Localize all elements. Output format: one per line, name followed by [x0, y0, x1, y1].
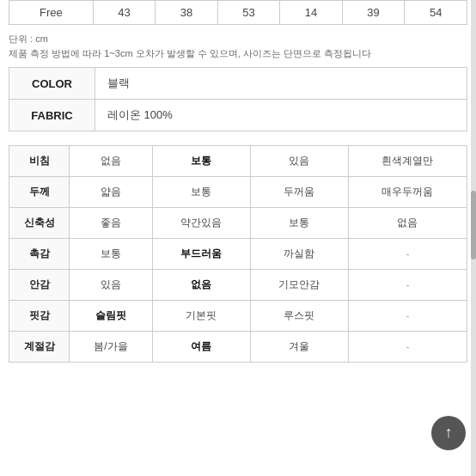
char-label-신축성: 신축성	[9, 208, 70, 239]
char-cell: 루스핏	[250, 301, 348, 332]
char-label-두께: 두께	[9, 177, 70, 208]
char-cell: -	[348, 270, 467, 301]
char-label-계절감: 계절감	[9, 332, 70, 363]
fabric-label: FABRIC	[9, 100, 95, 131]
char-cell: 얇음	[70, 177, 153, 208]
char-label-비침: 비침	[9, 146, 70, 177]
size-val-2: 38	[156, 1, 218, 25]
char-cell: 보통	[70, 239, 153, 270]
char-cell: 없음	[152, 270, 250, 301]
unit-line2: 제품 측정 방법에 따라 1~3cm 오차가 발생할 수 있으며, 사이즈는 단…	[9, 46, 467, 61]
char-cell: 기본핏	[152, 301, 250, 332]
char-cell: 보통	[152, 177, 250, 208]
scroll-to-top-button[interactable]: ↑	[431, 416, 466, 450]
char-cell: 여름	[152, 332, 250, 363]
char-cell: 슬림핏	[70, 301, 153, 332]
color-row: COLOR 블랙	[9, 68, 467, 100]
char-cell: 약간있음	[152, 208, 250, 239]
size-val-4: 14	[280, 1, 343, 25]
char-cell: 좋음	[70, 208, 153, 239]
product-info-table: COLOR 블랙 FABRIC 레이온 100%	[9, 67, 467, 131]
table-row: 계절감 봄/가을 여름 겨울 -	[9, 332, 467, 363]
char-label-촉감: 촉감	[9, 239, 70, 270]
scrollbar-track[interactable]	[471, 0, 476, 476]
table-row: 신축성 좋음 약간있음 보통 없음	[9, 208, 467, 239]
size-val-3: 53	[217, 1, 280, 25]
char-cell: -	[348, 239, 467, 270]
color-value: 블랙	[95, 68, 467, 100]
char-cell: 흰색계열만	[348, 146, 467, 177]
char-label-핏감: 핏감	[9, 301, 70, 332]
char-cell: 있음	[70, 270, 153, 301]
char-cell: 있음	[250, 146, 348, 177]
unit-line1: 단위 : cm	[9, 32, 467, 46]
char-cell: 없음	[348, 208, 467, 239]
char-cell: 없음	[70, 146, 153, 177]
char-cell: 두꺼움	[250, 177, 348, 208]
table-row: 두께 얇음 보통 두꺼움 매우두꺼움	[9, 177, 467, 208]
fabric-value: 레이온 100%	[95, 100, 467, 131]
fabric-row: FABRIC 레이온 100%	[9, 100, 467, 131]
table-row: 촉감 보통 부드러움 까실함 -	[9, 239, 467, 270]
size-table: Free 43 38 53 14 39 54	[9, 0, 467, 25]
table-row: 비침 없음 보통 있음 흰색계열만	[9, 146, 467, 177]
characteristics-table: 비침 없음 보통 있음 흰색계열만 두께 얇음 보통 두꺼움 매우두꺼움 신축성…	[9, 145, 467, 363]
size-val-1: 43	[93, 1, 156, 25]
size-val-5: 39	[342, 1, 405, 25]
scrollbar-thumb[interactable]	[471, 191, 476, 259]
table-row: 핏감 슬림핏 기본핏 루스핏 -	[9, 301, 467, 332]
char-cell: 겨울	[250, 332, 348, 363]
char-cell: 매우두꺼움	[348, 177, 467, 208]
char-cell: 봄/가을	[70, 332, 153, 363]
char-cell: -	[348, 301, 467, 332]
char-cell: 부드러움	[152, 239, 250, 270]
size-free-label: Free	[9, 1, 94, 25]
char-cell: 기모안감	[250, 270, 348, 301]
char-cell: -	[348, 332, 467, 363]
unit-note: 단위 : cm 제품 측정 방법에 따라 1~3cm 오차가 발생할 수 있으며…	[9, 32, 467, 60]
char-cell: 보통	[250, 208, 348, 239]
color-label: COLOR	[9, 68, 95, 100]
table-row: 안감 있음 없음 기모안감 -	[9, 270, 467, 301]
char-cell: 까실함	[250, 239, 348, 270]
char-label-안감: 안감	[9, 270, 70, 301]
arrow-up-icon: ↑	[445, 424, 453, 440]
size-val-6: 54	[405, 1, 467, 25]
char-cell: 보통	[152, 146, 250, 177]
